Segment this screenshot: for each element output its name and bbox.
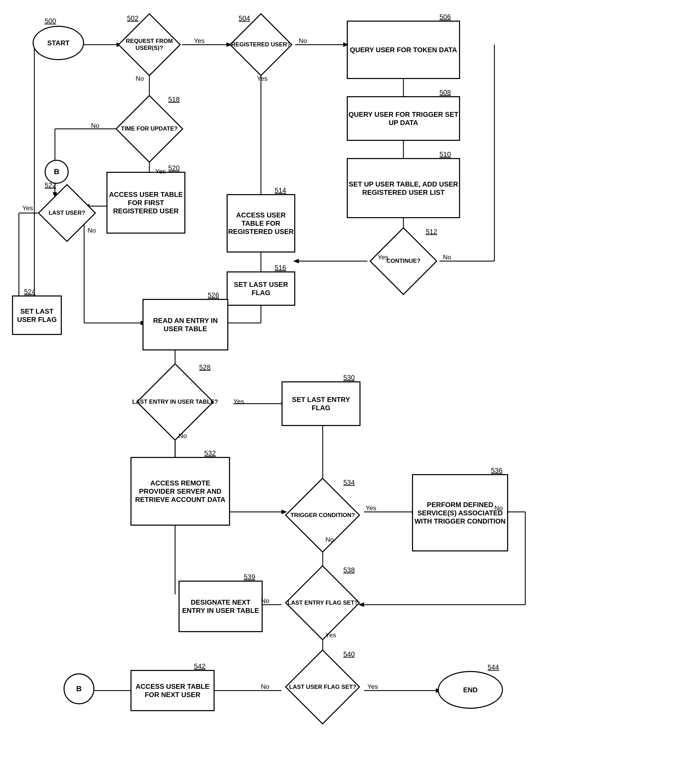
- num-542: 542: [194, 662, 205, 670]
- arrow-538-no: No: [261, 597, 269, 604]
- node-539: DESIGNATE NEXT ENTRY IN USER TABLE: [179, 581, 263, 632]
- node-536-label: PERFORM DEFINED SERVICE(S) ASSOCIATED WI…: [413, 501, 507, 525]
- end-label: END: [463, 686, 478, 694]
- node-528-diamond: LAST ENTRY IN USER TABLE?: [127, 371, 223, 433]
- num-526: 526: [208, 292, 219, 299]
- node-510-label: SET UP USER TABLE, ADD USER REGISTERED U…: [348, 180, 459, 196]
- node-520-label: ACCESS USER TABLE FOR FIRST REGISTERED U…: [107, 190, 184, 215]
- node-534-diamond: TRIGGER CONDITION?: [281, 486, 364, 545]
- arrow-502-504-yes: Yes: [194, 37, 205, 44]
- num-504: 504: [238, 15, 250, 22]
- arrow-522-no: No: [87, 227, 96, 234]
- node-516-label: SET LAST USER FLAG: [228, 280, 294, 297]
- node-508: QUERY USER FOR TRIGGER SET UP DATA: [347, 96, 460, 141]
- arrow-518-520-yes: Yes: [155, 168, 166, 175]
- num-540: 540: [344, 651, 355, 658]
- node-534-label: TRIGGER CONDITION?: [291, 512, 355, 519]
- num-512: 512: [426, 228, 437, 236]
- node-518-diamond: TIME FOR UPDATE?: [113, 103, 186, 155]
- num-538: 538: [344, 566, 355, 574]
- node-506-label: QUERY USER FOR TOKEN DATA: [350, 46, 457, 54]
- node-542-label: ACCESS USER TABLE FOR NEXT USER: [131, 682, 214, 699]
- node-538-diamond: LAST ENTRY FLAG SET?: [281, 574, 364, 632]
- num-539: 539: [244, 573, 255, 581]
- b2-label: B: [76, 684, 82, 693]
- node-524: SET LAST USER FLAG: [12, 295, 62, 335]
- arrow-512-no: No: [443, 254, 451, 261]
- num-544: 544: [488, 664, 499, 671]
- start-node: START: [33, 26, 84, 60]
- svg-marker-13: [294, 259, 299, 263]
- node-532-label: ACCESS REMOTE PROVIDER SERVER AND RETRIE…: [131, 479, 229, 504]
- num-502: 502: [127, 15, 138, 22]
- node-502-label: REQUEST FROM USER(S)?: [117, 38, 182, 52]
- node-540-diamond: LAST USER FLAG SET?: [281, 658, 364, 716]
- num-530: 530: [344, 374, 355, 382]
- arrow-536-no: No: [495, 504, 503, 512]
- node-522-label: LAST USER?: [49, 209, 85, 216]
- node-530: SET LAST ENTRY FLAG: [281, 381, 360, 426]
- node-512-diamond: CONTINUE?: [367, 236, 439, 287]
- node-510: SET UP USER TABLE, ADD USER REGISTERED U…: [347, 158, 460, 218]
- node-512-label: CONTINUE?: [386, 258, 420, 265]
- node-504-diamond: REGISTERED USER?: [227, 22, 295, 67]
- node-538-label: LAST ENTRY FLAG SET?: [288, 600, 358, 606]
- num-518: 518: [168, 96, 179, 104]
- arrow-538-yes: Yes: [325, 631, 336, 639]
- node-542: ACCESS USER TABLE FOR NEXT USER: [130, 670, 215, 711]
- num-510: 510: [439, 150, 451, 158]
- node-528-label: LAST ENTRY IN USER TABLE?: [132, 399, 218, 405]
- node-524-label: SET LAST USER FLAG: [13, 307, 61, 324]
- arrow-540-yes: Yes: [367, 683, 378, 690]
- arrow-534-yes: Yes: [366, 504, 376, 512]
- node-514-label: ACCESS USER TABLE FOR REGISTERED USER: [228, 211, 294, 236]
- arrow-540-no: No: [261, 683, 269, 690]
- node-516: SET LAST USER FLAG: [227, 272, 295, 306]
- node-522-diamond: LAST USER?: [39, 189, 94, 237]
- num-514: 514: [274, 186, 286, 194]
- node-502-diamond: REQUEST FROM USER(S)?: [117, 22, 182, 67]
- node-506: QUERY USER FOR TOKEN DATA: [347, 21, 460, 79]
- node-540-label: LAST USER FLAG SET?: [289, 684, 357, 690]
- num-532: 532: [204, 450, 215, 457]
- num-520: 520: [168, 164, 179, 172]
- flowchart-diagram: START 500 REQUEST FROM USER(S)? 502 REGI…: [0, 0, 687, 784]
- node-518-label: TIME FOR UPDATE?: [121, 125, 178, 132]
- b1-label: B: [54, 167, 59, 176]
- node-526: READ AN ENTRY IN USER TABLE: [143, 299, 228, 351]
- end-node: END: [438, 671, 503, 709]
- node-530-label: SET LAST ENTRY FLAG: [283, 395, 360, 412]
- arrow-502-518-no: No: [136, 75, 144, 82]
- num-516: 516: [274, 264, 286, 272]
- node-514: ACCESS USER TABLE FOR REGISTERED USER: [227, 194, 295, 252]
- arrow-504-514-yes: Yes: [257, 75, 268, 82]
- num-524: 524: [24, 288, 35, 296]
- node-526-label: READ AN ENTRY IN USER TABLE: [143, 316, 227, 333]
- b1-node: B: [44, 160, 69, 184]
- arrow-534-no: No: [325, 536, 334, 544]
- node-539-label: DESIGNATE NEXT ENTRY IN USER TABLE: [179, 598, 261, 614]
- arrow-518-522-no: No: [91, 122, 99, 130]
- node-536: PERFORM DEFINED SERVICE(S) ASSOCIATED WI…: [412, 474, 508, 552]
- arrow-504-506-no: No: [299, 37, 307, 44]
- b2-node: B: [64, 674, 94, 704]
- node-508-label: QUERY USER FOR TRIGGER SET UP DATA: [348, 110, 459, 127]
- num-528: 528: [199, 364, 210, 371]
- arrow-522-yes: Yes: [22, 204, 33, 212]
- node-504-label: REGISTERED USER?: [232, 41, 291, 48]
- num-508: 508: [439, 89, 451, 97]
- node-532: ACCESS REMOTE PROVIDER SERVER AND RETRIE…: [130, 457, 230, 525]
- arrow-528-no: No: [179, 432, 187, 440]
- node-520: ACCESS USER TABLE FOR FIRST REGISTERED U…: [107, 172, 186, 234]
- num-506: 506: [439, 13, 451, 21]
- num-536: 536: [491, 466, 502, 474]
- arrow-528-yes: Yes: [233, 398, 244, 405]
- start-label: START: [47, 39, 69, 47]
- num-534: 534: [344, 479, 355, 486]
- num-500: 500: [44, 17, 56, 25]
